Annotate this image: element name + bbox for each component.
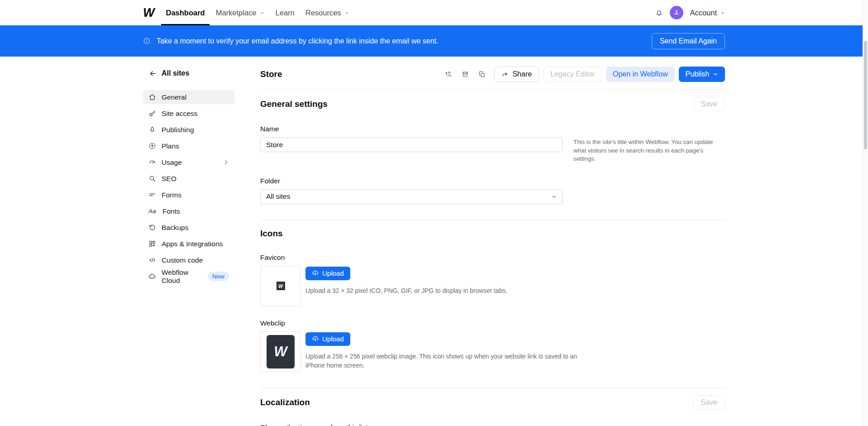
webclip-image: W	[267, 335, 295, 369]
save-button[interactable]: Save	[693, 395, 725, 410]
upload-label: Upload	[322, 335, 344, 343]
site-name-input[interactable]	[260, 137, 563, 152]
favicon-help-text: Upload a 32 × 32 pixel ICO, PNG, GIF, or…	[305, 286, 507, 295]
webclip-preview: W	[260, 331, 301, 372]
sidebar-item-label: Forms	[162, 191, 181, 199]
sidebar-item-label: Usage	[162, 158, 182, 167]
save-button[interactable]: Save	[693, 97, 725, 111]
cloud-icon	[148, 273, 156, 280]
folder-select-value: All sites	[266, 192, 290, 201]
account-menu[interactable]: Account	[690, 9, 725, 17]
nav-link-label: Marketplace	[216, 9, 257, 17]
nav-link-marketplace[interactable]: Marketplace	[210, 0, 270, 25]
nav-link-label: Learn	[276, 9, 295, 17]
legacy-editor-button[interactable]: Legacy Editor	[543, 67, 602, 82]
back-label: All sites	[162, 69, 189, 77]
sidebar-item-seo[interactable]: SEO	[143, 172, 234, 186]
publish-button[interactable]: Publish	[679, 67, 725, 82]
publish-label: Publish	[686, 70, 709, 78]
apps-grid-icon	[148, 240, 156, 248]
sidebar-item-webflow-cloud[interactable]: Webflow Cloud New	[143, 269, 234, 283]
rocket-icon	[148, 126, 156, 134]
sidebar-item-fonts[interactable]: Aa Fonts	[143, 204, 234, 218]
back-to-all-sites[interactable]: All sites	[143, 67, 234, 80]
archive-icon[interactable]	[459, 68, 472, 81]
timezone-label: Choose the time zone from this list	[260, 423, 725, 426]
sidebar-item-label: SEO	[162, 175, 176, 183]
restore-icon	[148, 224, 156, 231]
section-divider	[260, 388, 725, 388]
info-icon	[143, 37, 151, 45]
open-in-webflow-button[interactable]: Open in Webflow	[606, 67, 675, 82]
nav-link-dashboard[interactable]: Dashboard	[160, 0, 210, 25]
account-label: Account	[690, 9, 717, 17]
name-label: Name	[260, 125, 725, 133]
webclip-upload-button[interactable]: Upload	[305, 332, 350, 346]
new-badge: New	[208, 272, 229, 281]
fonts-aa-icon: Aa	[148, 208, 157, 215]
localization-heading: Localization	[260, 397, 310, 407]
share-arrow-icon	[501, 71, 509, 78]
code-icon	[148, 256, 156, 264]
gauge-icon	[148, 158, 156, 166]
page-title: Store	[260, 69, 282, 79]
top-nav: W Dashboard Marketplace Learn Resources …	[0, 0, 868, 25]
sidebar-item-label: Fonts	[162, 207, 180, 215]
duplicate-icon[interactable]	[476, 68, 488, 81]
sidebar-item-label: Site access	[162, 110, 197, 118]
share-button[interactable]: Share	[494, 67, 539, 82]
sidebar-item-publishing[interactable]: Publishing	[143, 123, 234, 137]
sidebar-item-usage[interactable]: Usage	[143, 155, 234, 169]
sidebar-item-backups[interactable]: Backups	[143, 220, 234, 235]
upload-label: Upload	[322, 269, 344, 277]
notifications-bell-icon[interactable]	[655, 9, 663, 17]
sidebar-item-label: Publishing	[162, 126, 194, 134]
chevron-down-icon	[713, 72, 718, 77]
sidebar-item-label: Apps & Integrations	[162, 240, 223, 248]
site-toolbar: Share Legacy Editor Open in Webflow Publ…	[442, 67, 725, 82]
sidebar-item-site-access[interactable]: Site access	[143, 106, 234, 120]
favicon-image: W	[277, 282, 285, 290]
general-settings-heading: General settings	[260, 99, 328, 109]
chevron-down-icon	[551, 194, 557, 200]
search-icon	[148, 175, 156, 182]
transfer-site-icon[interactable]	[442, 68, 455, 81]
upload-icon	[312, 335, 319, 342]
sidebar-item-plans[interactable]: Plans	[143, 139, 234, 153]
arrow-up-circle-icon	[148, 142, 156, 150]
scrollbar-thumb[interactable]	[864, 41, 867, 149]
sidebar-item-label: Backups	[162, 224, 188, 232]
sidebar-item-general[interactable]: General	[143, 90, 234, 104]
key-icon	[148, 110, 156, 117]
site-settings-main: Store Share Legacy Editor Open in Webflo…	[260, 67, 725, 426]
nav-link-resources[interactable]: Resources	[300, 0, 355, 25]
primary-nav: Dashboard Marketplace Learn Resources	[160, 0, 354, 25]
webflow-logo[interactable]: W	[143, 6, 154, 20]
favicon-label: Favicon	[260, 254, 725, 262]
sidebar-item-forms[interactable]: Forms	[143, 188, 234, 202]
folder-select[interactable]: All sites	[260, 189, 563, 204]
sidebar-item-apps-integrations[interactable]: Apps & Integrations	[143, 237, 234, 251]
chevron-right-icon	[223, 159, 229, 165]
upload-icon	[312, 270, 319, 277]
settings-sidebar: All sites General Site access Publishing…	[143, 67, 234, 426]
lines-icon	[148, 191, 156, 199]
sidebar-item-label: General	[162, 93, 186, 101]
chevron-down-icon	[344, 10, 349, 15]
avatar[interactable]: J.	[670, 6, 683, 19]
sidebar-item-custom-code[interactable]: Custom code	[143, 253, 234, 267]
arrow-left-icon	[149, 70, 157, 77]
name-help-text: This is the site's title within Webflow.…	[573, 137, 725, 163]
nav-link-label: Resources	[305, 9, 341, 17]
webclip-label: Webclip	[260, 319, 725, 327]
sidebar-item-label: Plans	[162, 142, 179, 150]
nav-link-label: Dashboard	[166, 9, 205, 17]
home-icon	[148, 93, 156, 101]
folder-label: Folder	[260, 177, 725, 185]
share-label: Share	[512, 70, 532, 78]
nav-link-learn[interactable]: Learn	[270, 0, 300, 25]
icons-heading: Icons	[260, 229, 725, 239]
favicon-upload-button[interactable]: Upload	[305, 267, 350, 280]
banner-message: Take a moment to verify your email addre…	[157, 37, 439, 45]
send-email-again-button[interactable]: Send Email Again	[652, 33, 725, 49]
